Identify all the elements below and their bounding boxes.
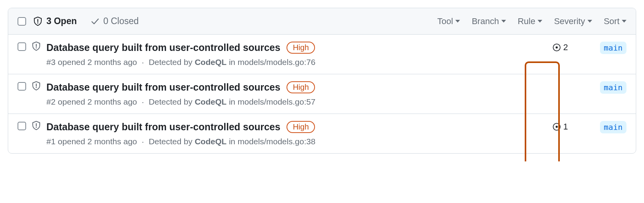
alert-id: #3	[46, 58, 55, 67]
opened-text: opened 2 months ago	[58, 137, 137, 146]
alert-title-link[interactable]: Database query built from user-controlle…	[46, 82, 280, 93]
opened-text: opened 2 months ago	[58, 97, 137, 107]
closed-filter[interactable]: 0 Closed	[91, 16, 139, 26]
header-right: Tool Branch Rule Severity Sort	[437, 16, 626, 26]
alert-main: Database query built from user-controlle…	[46, 121, 538, 146]
alert-subline: #1 opened 2 months ago · Detected by Cod…	[46, 137, 538, 146]
shield-alert-icon	[33, 17, 42, 26]
alerts-panel-header: 3 Open 0 Closed Tool Branch Rul	[8, 8, 636, 35]
svg-point-1	[37, 22, 39, 23]
caret-down-icon	[622, 20, 626, 23]
severity-badge: High	[287, 42, 315, 54]
svg-point-7	[36, 87, 37, 88]
in-text: in	[229, 58, 235, 67]
caret-down-icon	[455, 20, 460, 23]
filter-label: Tool	[437, 16, 453, 26]
issue-open-icon	[552, 122, 561, 131]
severity-badge: High	[287, 121, 315, 133]
closed-count-label: 0 Closed	[103, 16, 139, 26]
caret-down-icon	[587, 20, 592, 23]
severity-filter[interactable]: Severity	[554, 16, 592, 26]
branch-filter[interactable]: Branch	[472, 16, 506, 26]
severity-badge: High	[287, 81, 315, 93]
caret-down-icon	[501, 20, 506, 23]
open-filter[interactable]: 3 Open	[33, 16, 77, 26]
alert-subline: #2 opened 2 months ago · Detected by Cod…	[46, 97, 538, 107]
alert-main: Database query built from user-controlle…	[46, 42, 538, 67]
header-left: 3 Open 0 Closed	[18, 16, 437, 26]
detector-name: CodeQL	[195, 97, 226, 107]
check-icon	[91, 17, 99, 26]
caret-down-icon	[538, 20, 542, 23]
alerts-panel: 3 Open 0 Closed Tool Branch Rul	[8, 8, 636, 154]
alert-row: Database query built from user-controlle…	[8, 74, 636, 114]
shield-alert-icon	[32, 42, 41, 51]
alert-id: #2	[46, 97, 55, 107]
branch-badge[interactable]: main	[600, 121, 626, 133]
branch-badge[interactable]: main	[600, 42, 626, 54]
shield-alert-icon	[32, 121, 41, 130]
alert-title-link[interactable]: Database query built from user-controlle…	[46, 121, 280, 133]
filter-label: Severity	[554, 16, 585, 26]
in-text: in	[229, 137, 235, 146]
select-all-checkbox[interactable]	[18, 17, 26, 26]
svg-point-5	[556, 46, 558, 49]
alert-main: Database query built from user-controlle…	[46, 81, 538, 107]
detector-name: CodeQL	[195, 137, 226, 146]
issue-open-icon	[552, 43, 561, 52]
branch-badge[interactable]: main	[600, 81, 626, 94]
open-count-label: 3 Open	[46, 16, 77, 26]
filter-label: Branch	[472, 16, 499, 26]
issue-count: 1	[563, 122, 568, 132]
detected-prefix: Detected by	[149, 58, 192, 67]
file-location: models/models.go:57	[237, 97, 315, 107]
alert-row: Database query built from user-controlle…	[8, 35, 636, 74]
rule-filter[interactable]: Rule	[518, 16, 542, 26]
alert-subline: #3 opened 2 months ago · Detected by Cod…	[46, 58, 538, 67]
svg-point-3	[36, 47, 37, 49]
linked-issues[interactable]: 1	[552, 122, 568, 132]
alert-row: Database query built from user-controlle…	[8, 114, 636, 153]
detected-prefix: Detected by	[149, 97, 192, 107]
filter-label: Rule	[518, 16, 535, 26]
opened-text: opened 2 months ago	[58, 58, 137, 67]
row-checkbox[interactable]	[18, 122, 26, 130]
file-location: models/models.go:76	[237, 58, 315, 67]
file-location: models/models.go:38	[237, 137, 315, 146]
alert-id: #1	[46, 137, 55, 146]
linked-issues[interactable]: 2	[552, 42, 568, 52]
issue-count: 2	[563, 42, 568, 52]
shield-alert-icon	[32, 81, 41, 91]
in-text: in	[229, 97, 235, 107]
detector-name: CodeQL	[195, 58, 226, 67]
row-checkbox[interactable]	[18, 82, 26, 91]
svg-point-11	[556, 126, 558, 128]
svg-point-9	[36, 127, 37, 128]
detected-prefix: Detected by	[149, 137, 192, 146]
alert-title-link[interactable]: Database query built from user-controlle…	[46, 42, 280, 53]
tool-filter[interactable]: Tool	[437, 16, 460, 26]
filter-label: Sort	[604, 16, 619, 26]
row-checkbox[interactable]	[18, 42, 26, 51]
sort-filter[interactable]: Sort	[604, 16, 626, 26]
